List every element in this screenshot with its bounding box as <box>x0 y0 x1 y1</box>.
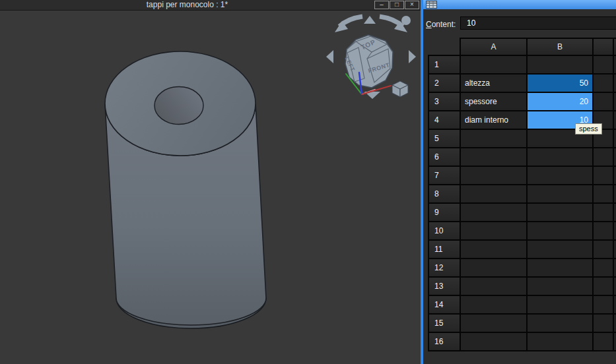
cell-sliver <box>613 258 616 277</box>
row-header[interactable]: 7 <box>428 166 460 185</box>
row-header[interactable]: 11 <box>428 240 460 258</box>
cell-a[interactable] <box>460 222 527 240</box>
cell-a[interactable]: altezza <box>460 74 527 92</box>
cell-c[interactable] <box>593 203 613 222</box>
cell-b[interactable] <box>527 314 593 332</box>
cell-b[interactable] <box>527 277 593 295</box>
spreadsheet-panel: Content: A B 12altezza503spessore204diam… <box>423 0 616 364</box>
corner-cell <box>428 38 460 55</box>
cell-c[interactable] <box>593 166 613 185</box>
column-header-b[interactable]: B <box>527 38 593 55</box>
table-row: 6 <box>428 148 616 166</box>
column-header-a[interactable]: A <box>460 38 527 55</box>
cell-c[interactable] <box>593 74 613 92</box>
table-row: 10 <box>428 222 616 240</box>
cell-sliver <box>613 55 616 74</box>
row-header[interactable]: 13 <box>428 277 460 295</box>
content-label-accel: C <box>426 20 432 29</box>
column-header-sliver <box>613 38 616 55</box>
cell-a[interactable]: spessore <box>460 92 527 111</box>
cell-b[interactable] <box>527 166 593 185</box>
window-controls: – □ × <box>374 1 421 9</box>
cell-tooltip: spess <box>575 123 602 135</box>
cell-b[interactable] <box>527 222 593 240</box>
cell-sliver <box>613 295 616 314</box>
row-header[interactable]: 2 <box>428 74 460 92</box>
viewport-titlebar[interactable]: tappi per monocolo : 1* – □ × <box>0 0 421 11</box>
cell-c[interactable] <box>593 148 613 166</box>
cell-c[interactable] <box>593 222 613 240</box>
cell-a[interactable] <box>460 129 527 148</box>
cell-a[interactable]: diam interno <box>460 111 527 129</box>
cell-c[interactable] <box>593 55 613 74</box>
cell-b[interactable] <box>527 185 593 203</box>
cell-c[interactable] <box>593 185 613 203</box>
home-view-button[interactable] <box>401 16 411 25</box>
row-header[interactable]: 16 <box>428 332 460 351</box>
cell-b[interactable] <box>527 55 593 74</box>
tilt-right-arrow[interactable] <box>409 50 416 63</box>
cell-b[interactable] <box>527 240 593 258</box>
table-row: 16 <box>428 332 616 351</box>
panel-titlebar[interactable] <box>423 0 616 9</box>
cell-sliver <box>613 74 616 92</box>
tilt-left-arrow[interactable] <box>326 50 333 63</box>
maximize-button[interactable]: □ <box>390 1 404 9</box>
viewcube-widget[interactable]: TOP FRONT LEFT <box>322 10 420 106</box>
cell-a[interactable] <box>460 166 527 185</box>
row-header[interactable]: 3 <box>428 92 460 111</box>
row-header[interactable]: 1 <box>428 55 460 74</box>
row-header[interactable]: 4 <box>428 111 460 129</box>
table-row: 11 <box>428 240 616 258</box>
close-icon: × <box>405 1 419 8</box>
content-input[interactable] <box>460 16 616 30</box>
cell-a[interactable] <box>460 203 527 222</box>
mini-cube-button[interactable] <box>392 81 408 97</box>
close-button[interactable]: × <box>405 1 419 9</box>
cell-b[interactable] <box>527 332 593 351</box>
cell-c[interactable] <box>593 258 613 277</box>
cylinder-hole <box>154 87 203 125</box>
cell-c[interactable] <box>593 314 613 332</box>
cell-a[interactable] <box>460 277 527 295</box>
3d-viewport[interactable]: tappi per monocolo : 1* – □ × <box>0 0 421 364</box>
cell-c[interactable] <box>593 295 613 314</box>
cell-c[interactable] <box>593 240 613 258</box>
tilt-up-arrow[interactable] <box>364 16 376 24</box>
cell-sliver <box>613 277 616 295</box>
row-header[interactable]: 5 <box>428 129 460 148</box>
content-label: Content: <box>426 20 456 29</box>
row-header[interactable]: 8 <box>428 185 460 203</box>
cell-b[interactable] <box>527 258 593 277</box>
cell-b[interactable]: 20 <box>527 92 593 111</box>
row-header[interactable]: 14 <box>428 295 460 314</box>
cell-a[interactable] <box>460 295 527 314</box>
cell-c[interactable] <box>593 277 613 295</box>
cell-b[interactable] <box>527 148 593 166</box>
cell-a[interactable] <box>460 185 527 203</box>
cell-b[interactable] <box>527 295 593 314</box>
row-header[interactable]: 15 <box>428 314 460 332</box>
table-row: 9 <box>428 203 616 222</box>
row-header[interactable]: 6 <box>428 148 460 166</box>
table-row: 14 <box>428 295 616 314</box>
table-row: 15 <box>428 314 616 332</box>
row-header[interactable]: 9 <box>428 203 460 222</box>
cell-b[interactable]: 50 <box>527 74 593 92</box>
maximize-icon: □ <box>390 1 403 8</box>
cell-c[interactable] <box>593 92 613 111</box>
cell-b[interactable] <box>527 203 593 222</box>
cell-sliver <box>613 314 616 332</box>
column-header-c[interactable] <box>593 38 613 55</box>
cell-sliver <box>613 111 616 129</box>
cell-c[interactable] <box>593 332 613 351</box>
cell-a[interactable] <box>460 314 527 332</box>
cell-a[interactable] <box>460 55 527 74</box>
minimize-button[interactable]: – <box>374 1 389 9</box>
row-header[interactable]: 12 <box>428 258 460 277</box>
cell-a[interactable] <box>460 258 527 277</box>
cell-a[interactable] <box>460 332 527 351</box>
cell-a[interactable] <box>460 148 527 166</box>
cell-a[interactable] <box>460 240 527 258</box>
row-header[interactable]: 10 <box>428 222 460 240</box>
